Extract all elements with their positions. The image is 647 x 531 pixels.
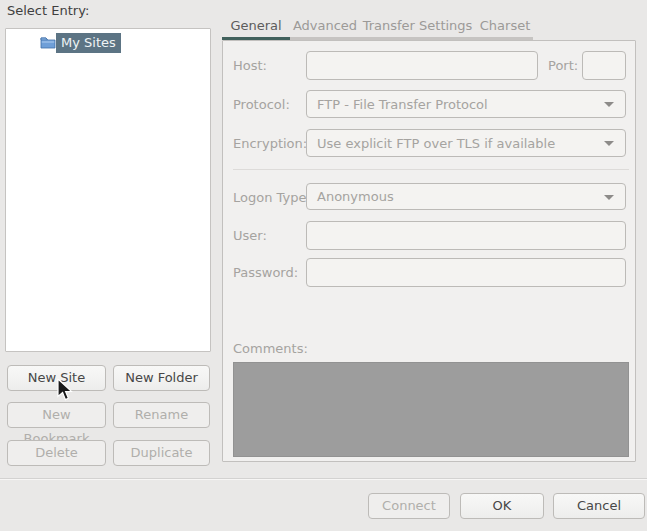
ok-button[interactable]: OK [460, 493, 544, 519]
tab-advanced[interactable]: Advanced [290, 16, 360, 40]
user-label: User: [233, 228, 267, 243]
chevron-down-icon [604, 102, 614, 107]
encryption-label: Encryption: [233, 136, 307, 151]
cancel-button[interactable]: Cancel [553, 493, 645, 519]
logon-type-dropdown: Anonymous [306, 183, 626, 210]
protocol-dropdown: FTP - File Transfer Protocol [306, 90, 626, 118]
duplicate-button: Duplicate [113, 440, 210, 466]
chevron-down-icon [604, 141, 614, 146]
encryption-dropdown: Use explicit FTP over TLS if available [306, 129, 626, 157]
mouse-cursor [57, 379, 75, 403]
encryption-value: Use explicit FTP over TLS if available [317, 136, 555, 151]
general-tab-panel: Host: Port: Protocol: FTP - File Transfe… [222, 40, 636, 462]
comments-textarea [233, 362, 629, 457]
select-entry-label: Select Entry: [7, 3, 89, 18]
port-input [582, 51, 626, 80]
port-label: Port: [548, 58, 578, 73]
folder-icon [40, 35, 56, 49]
user-input [306, 221, 626, 250]
protocol-label: Protocol: [233, 97, 290, 112]
tab-charset[interactable]: Charset [475, 16, 535, 40]
protocol-value: FTP - File Transfer Protocol [317, 97, 488, 112]
footer-divider-highlight [0, 479, 647, 480]
tab-transfer-settings[interactable]: Transfer Settings [360, 16, 475, 40]
rename-button: Rename [113, 402, 210, 428]
new-folder-button[interactable]: New Folder [113, 365, 210, 391]
site-manager-dialog: Select Entry: My Sites New Site New Fold… [0, 0, 647, 531]
comments-label: Comments: [233, 341, 308, 356]
host-label: Host: [233, 58, 267, 73]
site-tree[interactable]: My Sites [5, 28, 211, 352]
password-label: Password: [233, 265, 298, 280]
host-input [306, 51, 538, 80]
logon-type-value: Anonymous [317, 189, 394, 204]
tree-item-label[interactable]: My Sites [56, 33, 121, 53]
chevron-down-icon [604, 195, 614, 200]
connect-button: Connect [368, 493, 450, 519]
password-input [306, 258, 626, 287]
tree-item-my-sites[interactable]: My Sites [6, 33, 210, 53]
logon-type-label: Logon Type: [233, 190, 311, 205]
section-divider [233, 169, 629, 170]
delete-button: Delete [7, 440, 106, 466]
new-bookmark-button: New Bookmark [7, 402, 106, 428]
